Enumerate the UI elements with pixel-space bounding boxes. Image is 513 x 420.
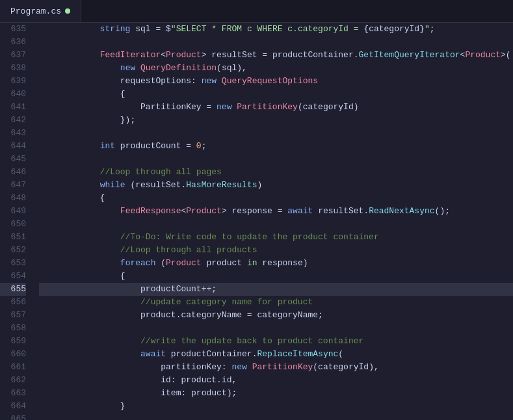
code-line-647: while (resultSet.HasMoreResults) <box>39 179 513 192</box>
code-line-661: partitionKey: new PartitionKey(categoryI… <box>39 361 513 374</box>
code-line-635: string sql = $"SELECT * FROM c WHERE c.c… <box>39 23 513 36</box>
code-line-660: await productContainer.ReplaceItemAsync( <box>39 348 513 361</box>
code-line-658 <box>39 322 513 335</box>
ln-664: 664 <box>0 400 26 413</box>
ln-656: 656 <box>0 296 26 309</box>
ln-665: 665 <box>0 413 26 420</box>
code-line-654: { <box>39 270 513 283</box>
ln-642: 642 <box>0 114 26 127</box>
code-line-648: { <box>39 192 513 205</box>
code-line-645 <box>39 153 513 166</box>
ln-643: 643 <box>0 127 26 140</box>
code-line-653: foreach (Product product in response) <box>39 257 513 270</box>
tab-modified-dot <box>65 8 70 14</box>
ln-653: 653 <box>0 257 26 270</box>
code-line-664: } <box>39 400 513 413</box>
ln-641: 641 <box>0 101 26 114</box>
ln-657: 657 <box>0 309 26 322</box>
code-line-639: requestOptions: new QueryRequestOptions <box>39 75 513 88</box>
ln-650: 650 <box>0 218 26 231</box>
ln-654: 654 <box>0 270 26 283</box>
code-content[interactable]: string sql = $"SELECT * FROM c WHERE c.c… <box>34 23 513 420</box>
ln-636: 636 <box>0 36 26 49</box>
code-line-643 <box>39 127 513 140</box>
code-line-638: new QueryDefinition(sql), <box>39 62 513 75</box>
ln-635: 635 <box>0 23 26 36</box>
code-line-636 <box>39 36 513 49</box>
code-line-659: //write the update back to product conta… <box>39 335 513 348</box>
ln-640: 640 <box>0 88 26 101</box>
code-line-644: int productCount = 0; <box>39 140 513 153</box>
ln-644: 644 <box>0 140 26 153</box>
code-line-662: id: product.id, <box>39 374 513 387</box>
code-line-641: PartitionKey = new PartitionKey(category… <box>39 101 513 114</box>
ln-647: 647 <box>0 179 26 192</box>
code-line-650 <box>39 218 513 231</box>
code-line-665 <box>39 413 513 420</box>
ln-652: 652 <box>0 244 26 257</box>
ln-648: 648 <box>0 192 26 205</box>
tab-label: Program.cs <box>10 7 61 16</box>
code-line-656: //update category name for product <box>39 296 513 309</box>
ln-639: 639 <box>0 75 26 88</box>
code-line-649: FeedResponse<Product> response = await r… <box>39 205 513 218</box>
code-line-655: productCount++; <box>39 283 513 296</box>
tab-bar: Program.cs <box>0 0 513 23</box>
ln-662: 662 <box>0 374 26 387</box>
ln-637: 637 <box>0 49 26 62</box>
code-line-640: { <box>39 88 513 101</box>
code-line-646: //Loop through all pages <box>39 166 513 179</box>
ln-659: 659 <box>0 335 26 348</box>
ln-649: 649 <box>0 205 26 218</box>
ln-651: 651 <box>0 231 26 244</box>
code-area: 635 636 637 638 639 640 641 642 643 644 … <box>0 23 513 420</box>
ln-655: 655 <box>0 283 26 296</box>
tab-program-cs[interactable]: Program.cs <box>0 0 81 22</box>
ln-660: 660 <box>0 348 26 361</box>
line-numbers: 635 636 637 638 639 640 641 642 643 644 … <box>0 23 34 420</box>
ln-663: 663 <box>0 387 26 400</box>
ln-646: 646 <box>0 166 26 179</box>
code-line-651: //To-Do: Write code to update the produc… <box>39 231 513 244</box>
code-line-663: item: product); <box>39 387 513 400</box>
ln-645: 645 <box>0 153 26 166</box>
code-line-652: //Loop through all products <box>39 244 513 257</box>
ln-661: 661 <box>0 361 26 374</box>
code-line-657: product.categoryName = categoryName; <box>39 309 513 322</box>
editor-container: Program.cs 635 636 637 638 639 640 641 6… <box>0 0 513 420</box>
ln-658: 658 <box>0 322 26 335</box>
code-line-642: }); <box>39 114 513 127</box>
ln-638: 638 <box>0 62 26 75</box>
code-line-637: FeedIterator<Product> resultSet = produc… <box>39 49 513 62</box>
